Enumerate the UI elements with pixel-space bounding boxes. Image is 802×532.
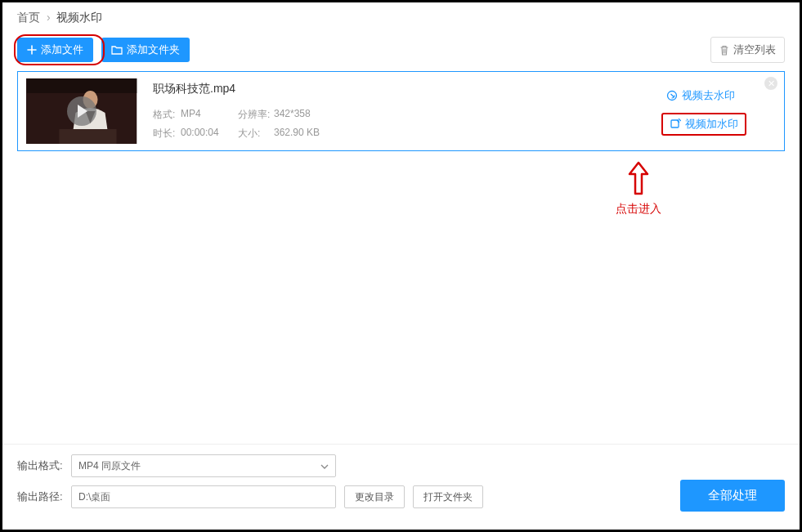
annotation-text: 点击进入: [616, 202, 661, 217]
plus-icon: [27, 45, 37, 55]
breadcrumb: 首页 › 视频水印: [2, 2, 800, 32]
add-watermark-button[interactable]: 视频加水印: [661, 113, 746, 136]
add-file-label: 添加文件: [41, 42, 83, 57]
add-watermark-label: 视频加水印: [685, 117, 738, 132]
duration-value: 00:00:04: [181, 127, 238, 141]
resolution-label: 分辨率:: [238, 108, 274, 122]
svg-rect-3: [59, 129, 116, 144]
add-folder-button[interactable]: 添加文件夹: [101, 38, 190, 62]
resolution-value: 342*358: [274, 108, 331, 122]
chevron-down-icon: [320, 460, 329, 472]
output-format-label: 输出格式:: [17, 458, 71, 473]
file-name: 职场科技范.mp4: [153, 82, 661, 96]
remove-file-button[interactable]: ✕: [764, 77, 777, 90]
file-list: 职场科技范.mp4 格式: MP4 分辨率: 342*358 时长: 00:00…: [2, 71, 800, 444]
add-watermark-icon: [670, 118, 681, 130]
output-format-value: MP4 同原文件: [78, 459, 141, 473]
size-label: 大小:: [238, 127, 274, 141]
breadcrumb-home[interactable]: 首页: [17, 11, 40, 24]
output-path-label: 输出路径:: [17, 490, 71, 504]
trash-icon: [719, 45, 729, 56]
output-format-select[interactable]: MP4 同原文件: [71, 454, 336, 477]
clear-list-label: 清空列表: [733, 42, 776, 57]
folder-icon: [111, 45, 123, 55]
open-folder-button[interactable]: 打开文件夹: [413, 485, 483, 508]
breadcrumb-separator: ›: [47, 11, 51, 24]
add-folder-label: 添加文件夹: [127, 42, 180, 57]
arrow-up-icon: [626, 161, 651, 197]
annotation: 点击进入: [616, 161, 661, 217]
add-file-button[interactable]: 添加文件: [17, 38, 93, 62]
svg-rect-1: [26, 78, 137, 93]
remove-watermark-icon: [666, 90, 678, 101]
format-label: 格式:: [153, 108, 181, 122]
file-ops: 视频去水印 视频加水印: [661, 78, 776, 144]
file-meta: 职场科技范.mp4 格式: MP4 分辨率: 342*358 时长: 00:00…: [137, 78, 661, 144]
change-dir-button[interactable]: 更改目录: [344, 485, 405, 508]
duration-label: 时长:: [153, 127, 181, 141]
size-value: 362.90 KB: [274, 127, 331, 141]
output-path-input[interactable]: D:\桌面: [71, 485, 336, 508]
output-path-value: D:\桌面: [78, 490, 110, 504]
remove-watermark-button[interactable]: 视频去水印: [661, 87, 740, 105]
format-value: MP4: [181, 108, 238, 122]
play-icon: [67, 96, 96, 126]
clear-list-button[interactable]: 清空列表: [710, 37, 785, 63]
video-thumbnail[interactable]: [26, 78, 137, 144]
file-card[interactable]: 职场科技范.mp4 格式: MP4 分辨率: 342*358 时长: 00:00…: [17, 71, 785, 151]
toolbar: 添加文件 添加文件夹 清空列表: [2, 32, 800, 71]
process-all-button[interactable]: 全部处理: [680, 480, 785, 512]
breadcrumb-current: 视频水印: [56, 11, 102, 24]
remove-watermark-label: 视频去水印: [682, 88, 735, 103]
